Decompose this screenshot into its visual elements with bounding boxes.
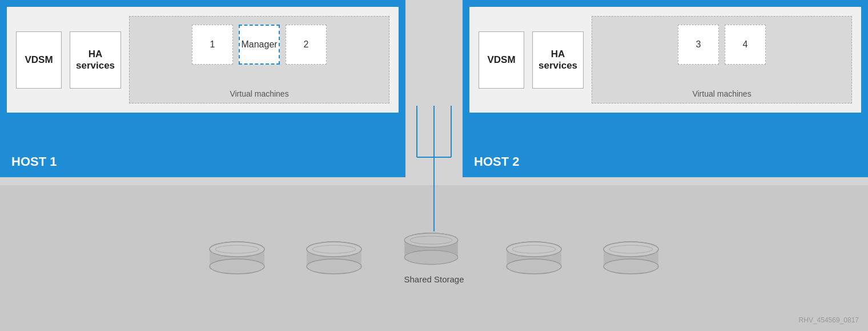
disks-row: Shared Storage [206, 232, 662, 284]
host2-block: VDSM HA services 3 4 Virtual machines HO [463, 0, 868, 177]
host1-vms-group: 1 Manager 2 Virtual machines [129, 16, 389, 103]
host1-vm-manager: Manager [239, 25, 280, 65]
watermark: RHV_454569_0817 [799, 316, 859, 324]
host1-vdsm: VDSM [16, 31, 62, 89]
disk4 [503, 241, 565, 276]
disk5-container [600, 241, 662, 276]
host2-vm3: 3 [678, 25, 719, 65]
svg-point-22 [507, 259, 561, 274]
connector-lines [400, 106, 468, 232]
host1-ha-services: HA services [70, 31, 121, 89]
host2-vms-row: 3 4 [678, 25, 766, 65]
host2-vdsm: VDSM [479, 31, 524, 89]
disk2-container [303, 241, 365, 276]
disk1 [206, 241, 268, 276]
svg-point-13 [307, 242, 361, 257]
svg-point-27 [604, 259, 658, 274]
host1-vm2: 2 [286, 25, 327, 65]
diagram: VDSM HA services 1 Manager 2 [0, 0, 868, 331]
svg-point-17 [404, 250, 458, 265]
host2-inner: VDSM HA services 3 4 Virtual machines [469, 7, 861, 113]
shared-storage-label: Shared Storage [404, 274, 464, 284]
svg-point-8 [210, 242, 264, 257]
shared-storage-container: Shared Storage [400, 232, 468, 284]
host2-vm4: 4 [725, 25, 766, 65]
host2-label: HOST 2 [463, 146, 868, 177]
host1-vms-label: Virtual machines [230, 89, 288, 98]
disk2 [303, 241, 365, 276]
host2-vms-group: 3 4 Virtual machines [592, 16, 852, 103]
host1-vm1: 1 [192, 25, 233, 65]
host2-vms-label: Virtual machines [692, 89, 751, 98]
host1-inner: VDSM HA services 1 Manager 2 [7, 7, 399, 113]
svg-point-23 [507, 242, 561, 257]
disk1-container [206, 241, 268, 276]
disk5 [600, 241, 662, 276]
host1-block: VDSM HA services 1 Manager 2 [0, 0, 405, 177]
svg-point-28 [604, 242, 658, 257]
host1-label: HOST 1 [0, 146, 405, 177]
shared-storage-disk [400, 232, 468, 271]
host1-vms-row: 1 Manager 2 [192, 25, 327, 65]
svg-point-12 [307, 259, 361, 274]
svg-point-7 [210, 259, 264, 274]
disk4-container [503, 241, 565, 276]
svg-point-18 [404, 233, 458, 248]
host2-ha-services: HA services [532, 31, 584, 89]
